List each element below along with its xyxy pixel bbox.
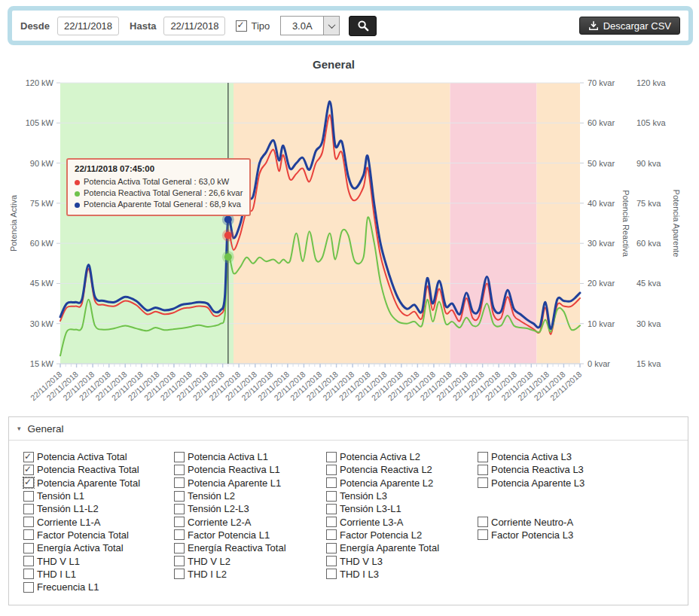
checkbox[interactable] [326,529,337,540]
checkbox-item-potencia-aparente-l2[interactable]: Potencia Aparente L2 [326,477,478,489]
checkbox-item-corriente-l3-a[interactable]: Corriente L3-A [326,515,478,528]
checkbox-item-tensi-n-l3-l1[interactable]: Tensión L3-L1 [326,502,478,515]
checkbox-label: THD I L2 [188,569,227,580]
checkbox-item-tensi-n-l3[interactable]: Tensión L3 [326,489,478,502]
checkbox-item-corriente-neutro-a[interactable]: Corriente Neutro-A [478,515,688,528]
checkbox[interactable] [478,477,488,488]
checkbox-item-potencia-reactiva-total[interactable]: Potencia Reactiva Total [23,463,174,476]
tipo-label: Tipo [251,20,270,32]
checkbox[interactable] [326,465,337,475]
checkbox[interactable] [326,491,337,502]
checkbox[interactable] [23,556,34,566]
checkbox-item-potencia-activa-l2[interactable]: Potencia Activa L2 [326,450,478,463]
download-icon [588,20,599,31]
checkbox[interactable] [174,529,185,540]
checkbox-item-tensi-n-l2[interactable]: Tensión L2 [174,489,326,502]
hasta-input[interactable] [163,17,225,35]
checkbox[interactable] [174,504,185,514]
checkbox-item-energ-a-reactiva-total[interactable]: Energía Reactiva Total [174,541,326,554]
checkbox-label: Corriente L1-A [37,517,101,528]
checkbox-item-thd-i-l3[interactable]: THD I L3 [326,568,478,581]
series-dot-icon [75,191,80,197]
panel-header-general[interactable]: ▾ General [9,417,688,441]
checkbox[interactable] [23,569,34,579]
checkbox-label: Factor Potencia L2 [340,529,422,541]
tipo-select-value: 3.0A [281,20,323,32]
tipo-select[interactable]: 3.0A [280,16,340,35]
chart-plot-area[interactable] [60,83,580,364]
checkbox[interactable] [326,543,337,553]
checkbox-item-corriente-l1-a[interactable]: Corriente L1-A [23,515,174,528]
checkbox-item-potencia-aparente-l1[interactable]: Potencia Aparente L1 [174,477,326,489]
checkbox-item-factor-potencia-l1[interactable]: Factor Potencia L1 [174,529,326,541]
checkbox-label: Tensión L3 [340,490,387,502]
checkbox-item-potencia-reactiva-l2[interactable]: Potencia Reactiva L2 [326,463,478,476]
checkbox[interactable] [23,543,34,553]
checkbox[interactable] [174,556,185,566]
checkbox-item-corriente-l2-a[interactable]: Corriente L2-A [174,515,326,528]
checkbox-label: Potencia Activa L1 [188,451,268,462]
checkbox[interactable] [478,452,488,462]
checkbox-item-thd-i-l1[interactable]: THD I L1 [23,568,174,581]
download-csv-button[interactable]: Descargar CSV [579,17,680,35]
chart-area: General 120 kW70 kvar120 kva105 kW60 kva… [0,50,699,419]
checkbox[interactable] [23,452,34,462]
desde-input[interactable] [57,17,119,35]
checkbox[interactable] [326,452,337,462]
checkbox-item-potencia-aparente-total[interactable]: Potencia Aparente Total [23,477,174,489]
checkbox[interactable] [23,504,34,514]
checkbox[interactable] [326,556,337,566]
y-axis-title-reactiva: Potencia Reactiva [621,190,630,258]
checkbox-label: Energía Aparente Total [340,542,439,553]
checkbox-item-potencia-activa-l1[interactable]: Potencia Activa L1 [174,450,326,463]
checkbox[interactable] [326,569,337,579]
checkbox-label: Tensión L3-L1 [340,503,401,514]
checkbox[interactable] [174,569,185,579]
checkbox[interactable] [326,517,337,527]
checkbox-item-tensi-n-l2-l3[interactable]: Tensión L2-L3 [174,502,326,515]
y-axis-kw-tick-label: 30 kW [30,319,54,328]
checkbox-item-factor-potencia-l2[interactable]: Factor Potencia L2 [326,529,478,541]
checkbox[interactable] [174,477,185,488]
checkbox[interactable] [23,465,34,475]
checkbox-item-tensi-n-l1-l2[interactable]: Tensión L1-L2 [23,502,174,515]
checkbox-item-potencia-activa-total[interactable]: Potencia Activa Total [23,450,174,463]
checkbox[interactable] [23,491,34,502]
checkbox-item-thd-i-l2[interactable]: THD I L2 [174,568,326,581]
checkbox[interactable] [174,491,185,502]
checkbox-item-thd-v-l3[interactable]: THD V L3 [326,554,478,567]
checkbox-item-frecuencia-l1[interactable]: Frecuencia L1 [23,581,174,593]
checkbox-item-tensi-n-l1[interactable]: Tensión L1 [23,489,174,502]
checkbox-item-factor-potencia-total[interactable]: Factor Potencia Total [23,529,174,541]
checkbox[interactable] [326,477,337,488]
checkbox[interactable] [23,582,34,593]
checkbox-item-thd-v-l2[interactable]: THD V L2 [174,554,326,567]
tipo-checkbox[interactable] [236,20,247,32]
y-axis-kvar-tick-label: 20 kvar [588,279,615,288]
checkbox[interactable] [326,504,337,514]
checkbox[interactable] [23,477,34,488]
checkbox-label: Potencia Activa Total [37,451,127,462]
checkbox-item-potencia-aparente-l3[interactable]: Potencia Aparente L3 [478,477,688,489]
checkbox-label: THD I L1 [37,569,76,580]
checkbox[interactable] [174,465,185,475]
search-button[interactable] [349,16,377,36]
checkbox-item-energ-a-activa-total[interactable]: Energía Activa Total [23,541,174,554]
checkbox[interactable] [478,529,488,540]
checkbox-item-potencia-reactiva-l1[interactable]: Potencia Reactiva L1 [174,463,326,476]
desde-label: Desde [20,20,50,32]
checkbox[interactable] [478,465,488,475]
checkbox[interactable] [478,517,488,527]
checkbox-item-potencia-reactiva-l3[interactable]: Potencia Reactiva L3 [478,463,688,476]
checkbox-label: Corriente L2-A [188,517,252,528]
checkbox[interactable] [23,529,34,540]
checkbox[interactable] [174,452,185,462]
checkbox-item-factor-potencia-l3[interactable]: Factor Potencia L3 [478,529,688,541]
checkbox-label: Potencia Reactiva L3 [491,464,584,475]
checkbox[interactable] [174,543,185,553]
checkbox-item-energ-a-aparente-total[interactable]: Energía Aparente Total [326,541,478,554]
checkbox-item-thd-v-l1[interactable]: THD V L1 [23,554,174,567]
checkbox[interactable] [23,517,34,527]
checkbox[interactable] [174,517,185,527]
checkbox-item-potencia-activa-l3[interactable]: Potencia Activa L3 [478,450,688,463]
